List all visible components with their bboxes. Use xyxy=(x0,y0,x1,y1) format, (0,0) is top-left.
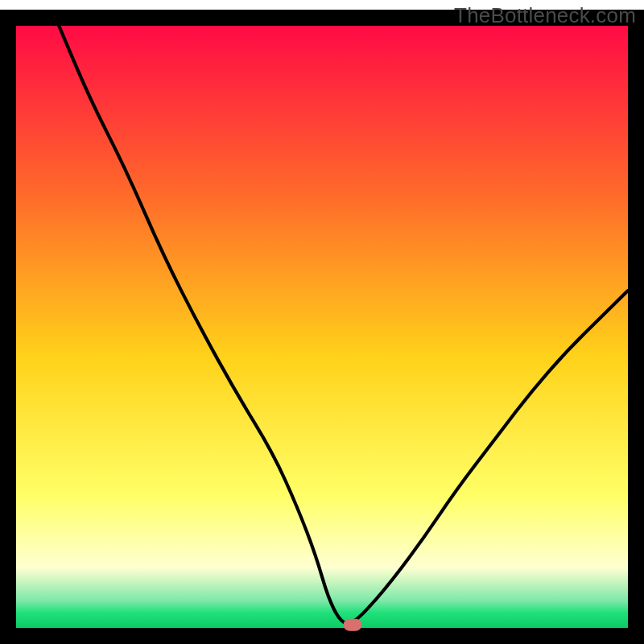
optimum-marker xyxy=(344,619,361,630)
watermark-text: TheBottleneck.com xyxy=(454,3,636,28)
plot-background xyxy=(16,26,628,628)
bottleneck-chart xyxy=(0,0,644,644)
plot-area xyxy=(8,18,636,636)
